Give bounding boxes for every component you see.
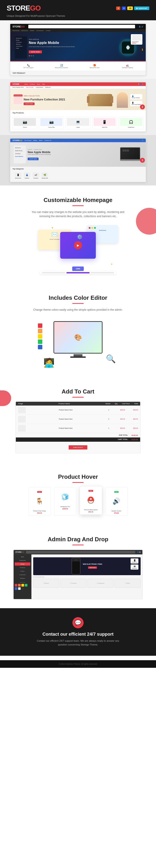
total-value: $130.00 [131, 439, 138, 441]
demo2-btn[interactable]: SHOP NOW [24, 102, 35, 105]
prod-card-speaker[interactable]: NEW 🔊 Speaker System $79.00 [106, 487, 128, 516]
demo2-logo: STOREGO [12, 83, 23, 85]
cat-icon: 🌿 [41, 173, 48, 177]
speaker-slot [74, 560, 78, 560]
drag-block-label: ⠿ Slider [125, 582, 130, 584]
swatch-6[interactable] [18, 587, 21, 590]
html-badge: 5 [116, 6, 120, 10]
demo3-nav-item: Mobile [33, 140, 37, 141]
demo1-nav-item: Mobile [30, 30, 34, 31]
cart-row-2: Product Name Here 2 $30.00 $60.00 [16, 415, 140, 424]
footer-desc: Contact our efficient 24/7 support team.… [33, 639, 123, 647]
admin-hero-btn[interactable]: SHOP NOW [88, 566, 97, 569]
cat-furniture: 🛋 Furniture [33, 173, 39, 179]
subnav-item-active: New Arrivals [26, 87, 33, 88]
swatch-7[interactable] [22, 587, 24, 590]
sale-badge-3: SALE [88, 490, 93, 492]
hero-img-area: ⌚ Smart Watch $299.00 [115, 41, 141, 54]
demo3-sidebar: Electronics Mobile Phones Computers Smar… [13, 146, 26, 163]
mini-card-img: 📷 [40, 118, 63, 126]
magnify-glass-icon: 🔍 [106, 354, 116, 364]
prod-card-fridge[interactable]: 🧊 Refrigerator Pro $299.00 [54, 487, 76, 516]
drag-block-3[interactable]: ⠿ Categories [88, 579, 114, 588]
admin-float-card-2: 💻 MacBook [130, 564, 139, 569]
sidebar-promo-label: Kid's Fashion 2021 [13, 94, 23, 96]
sidebar-item-products[interactable]: Products [15, 566, 30, 569]
admin-float-card-1: 📱 iPhone Pro [130, 558, 139, 564]
prod-card-helmet[interactable]: SALE ⛑️ Premium Black Helmet $59.00 [80, 486, 102, 515]
progress-bar-active [67, 272, 90, 273]
sidebar-item-orders[interactable]: Orders [15, 569, 30, 573]
woman-figure [117, 92, 128, 108]
hero-title: New Apple Mobile [29, 41, 115, 45]
hero-text-block: NEW ARRIVAL New Apple Mobile Lorem ipsum… [29, 39, 115, 57]
play-button[interactable]: ▶ [74, 241, 82, 249]
sidebar-item-dashboard[interactable]: Dashboard [15, 559, 30, 562]
top-products-label: Top Products [12, 112, 144, 114]
drag-block-2[interactable]: ⠿ Products [61, 579, 86, 588]
swatch-green [38, 339, 42, 344]
laptop-screen: ⬛⬛⬛ [120, 147, 140, 160]
cart-total-row: CART TOTAL: $130.00 [16, 437, 140, 442]
demo2-title: New Furniture Collection 2021 [24, 98, 86, 101]
site-header: STOREGO 5 3 JS ▶ opencart [0, 0, 156, 14]
sidebar-item-customers[interactable]: Customers [15, 573, 30, 576]
drag-block-1[interactable]: ⠿ Banner [33, 579, 59, 588]
swatch-1[interactable] [15, 584, 17, 587]
admin-hero-preview: NEW ELECTRONIC ITEMS SHOP NOW 📱 iPhone P… [33, 557, 141, 575]
prod-card-chair[interactable]: SALE 🪑 Product Chair Design $99.00 [29, 487, 51, 516]
subtotal-label: SUB TOTAL: [119, 434, 128, 436]
feature-item-4: 🚛 Worldwide Shipping [112, 63, 144, 69]
opencart-badge: ▶ opencart [134, 6, 149, 10]
monitor-screen: 🎨 [54, 322, 102, 353]
admin-search-bar[interactable] [26, 551, 135, 554]
sidebar-promo: Kid's Fashion 2021 [13, 94, 23, 105]
hero-btn[interactable]: SHOP NOW [29, 51, 42, 53]
star-icon-2: ✦ [111, 263, 113, 266]
top-product-label: TOP PRODUCT [10, 71, 146, 75]
demo-section-3: STOREGO Top Product Mobile Watch Contact… [0, 135, 156, 185]
demo2-side-products: 👗 Woman Fashion 📱 New Smart Mobile [130, 94, 143, 106]
drag-block-4[interactable]: ⠿ Slider [115, 579, 141, 588]
cms-badge: CMS [72, 267, 84, 271]
checkout-button[interactable]: CHECKOUT [69, 445, 88, 450]
floating-product-card: Smart Watch $299.00 [131, 34, 143, 44]
laptop-image: ⬛⬛⬛ [120, 147, 143, 162]
swatch-4[interactable] [25, 584, 28, 587]
cat-fashion: 👗 Fashion [24, 173, 30, 179]
sidebar-item-settings[interactable]: Settings [15, 577, 30, 580]
demo3-hero-btn[interactable]: SHOP NOW [28, 158, 39, 160]
prod-card-img-1: 🪑 [32, 494, 47, 509]
cart-item-total-3: $25.00 [127, 427, 138, 429]
admin-topbar-icons: 👤 ⚙️ [137, 551, 141, 553]
demo3-logo: STOREGO [12, 139, 23, 142]
product-thumb [132, 35, 141, 41]
mini-card-img: 📱 [93, 118, 116, 126]
demo1-icons: 👤 🛒 [139, 26, 144, 28]
demo1-sidebar-item: Accessories [16, 45, 26, 47]
color-swatches-left [38, 323, 42, 349]
person-figure-left: 🧑‍💻 [43, 358, 54, 368]
subnav-item: Kid's Fashion 2021 [12, 87, 24, 88]
cms-illustration: ✉️ Email Campaign Dashboard ▶ ⚙️ CMS ✦ ✦ [38, 225, 118, 274]
mini-card-img: 🎧 [120, 118, 142, 126]
color-editor-title: Includes Color Editor [9, 294, 147, 301]
admin-main-content: NEW ELECTRONIC ITEMS SHOP NOW 📱 iPhone P… [31, 554, 143, 599]
demo3-icons: 👤 🛒 [140, 140, 144, 141]
cat-icon: 👗 [24, 173, 30, 177]
sidebar-item-design[interactable]: Design [15, 562, 30, 565]
swatch-5[interactable] [15, 587, 17, 590]
feature-item-1: 📞 24/7 Time Support [12, 63, 44, 69]
demo1-sidebar-item: Computers [16, 41, 26, 43]
laptop-base [120, 160, 143, 161]
swatch-2[interactable] [18, 584, 21, 587]
swatch-3[interactable] [22, 584, 24, 587]
side-prod-label: Woman Fashion [132, 97, 141, 98]
monitor-base [70, 356, 86, 358]
demo1-search[interactable] [28, 25, 135, 28]
cart-item-qty-2: 2 [106, 418, 112, 420]
cart-item-price-1: $45.00 [114, 409, 125, 411]
cat-label: Electronics [15, 178, 22, 179]
total-label: CART TOTAL: [118, 439, 128, 441]
section-number-1: 1 [140, 47, 145, 52]
